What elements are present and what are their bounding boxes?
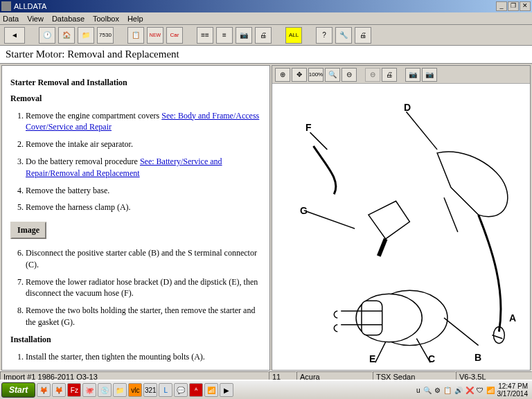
ql-5[interactable]: 💿 xyxy=(98,383,112,397)
tray-7[interactable]: 🛡 xyxy=(477,387,484,394)
label-b: B xyxy=(475,352,481,363)
step-6: Disconnect the positive starter cable (B… xyxy=(26,247,261,271)
tray-5[interactable]: 🔊 xyxy=(454,387,463,394)
step-4: Remove the battery base. xyxy=(26,185,261,197)
label-d: D xyxy=(404,102,411,113)
image-button-1[interactable]: Image xyxy=(10,222,46,239)
removal-steps-a: Remove the engine compartment covers See… xyxy=(26,110,261,214)
ql-321[interactable]: 321 xyxy=(143,383,157,397)
toolbar-btn-help[interactable]: ? xyxy=(316,27,332,44)
zoom-100-icon[interactable]: 100% xyxy=(308,68,323,82)
toolbar-btn-3[interactable]: 📁 xyxy=(78,27,94,44)
label-e: E xyxy=(369,353,375,364)
tray-6[interactable]: ❌ xyxy=(466,387,474,394)
step-1: Remove the engine compartment covers See… xyxy=(26,110,261,134)
ql-2[interactable]: 🦊 xyxy=(52,383,66,397)
window-buttons: _ ❐ ✕ xyxy=(496,1,531,11)
menubar: Data View Database Toolbox Help xyxy=(0,12,532,25)
label-c: C xyxy=(428,353,435,364)
toolbar-btn-camera[interactable]: 📷 xyxy=(236,27,252,44)
doc-heading-removal: Removal xyxy=(10,93,261,105)
zoom-fit-icon[interactable]: 🔍 xyxy=(325,68,340,82)
page-header: Starter Motor: Removal and Replacement xyxy=(0,46,532,64)
label-g: G xyxy=(300,205,308,216)
app-icon xyxy=(1,1,11,11)
menu-toolbox[interactable]: Toolbox xyxy=(93,15,119,23)
toolbar-btn-print2[interactable]: 🖨 xyxy=(355,27,371,44)
tray-2[interactable]: 🔍 xyxy=(423,387,432,394)
menu-data[interactable]: Data xyxy=(3,15,19,23)
windows-taskbar: Start 🦊 🦊 Fz 🐙 💿 📁 vlc 321 L 💬 ᴬ 📶 ▶ u 🔍… xyxy=(0,380,532,399)
diagram-view[interactable]: A B C D E F G xyxy=(272,84,530,370)
menu-view[interactable]: View xyxy=(27,15,44,23)
start-button[interactable]: Start xyxy=(1,382,35,398)
ql-10[interactable]: 💬 xyxy=(174,383,188,397)
back-button[interactable]: ◄ xyxy=(4,27,25,44)
restore-button[interactable]: ❐ xyxy=(508,1,519,11)
step-8: Remove the two bolts holding the starter… xyxy=(26,305,261,328)
zoom-in-icon[interactable]: ⊕ xyxy=(275,68,290,82)
label-a: A xyxy=(509,312,516,323)
toolbar-btn-7530[interactable]: 7530 xyxy=(97,27,114,44)
ql-filezilla[interactable]: Fz xyxy=(67,383,81,397)
step-3: Do the battery removal procedure See: Ba… xyxy=(26,156,261,179)
close-button[interactable]: ✕ xyxy=(520,1,531,11)
ql-12[interactable]: 📶 xyxy=(204,383,218,397)
svg-rect-2 xyxy=(362,301,382,335)
note-text: NOTE: Always use a new gasket. xyxy=(10,368,261,371)
print-image-icon[interactable]: 🖨 xyxy=(382,68,397,82)
install-step-1: Install the starter, then tighten the mo… xyxy=(26,351,261,363)
ql-vlc[interactable]: vlc xyxy=(128,383,142,397)
document-panel[interactable]: Starter Removal and Installation Removal… xyxy=(1,65,270,371)
taskbar-clock[interactable]: 12:47 PM 3/17/2014 xyxy=(497,382,529,398)
install-steps: Install the starter, then tighten the mo… xyxy=(26,351,261,363)
camera1-icon[interactable]: 📷 xyxy=(405,68,420,82)
removal-steps-b: Disconnect the positive starter cable (B… xyxy=(26,247,261,328)
toolbar-btn-1[interactable]: 🕐 xyxy=(39,27,55,44)
toolbar-btn-2[interactable]: 🏠 xyxy=(58,27,75,44)
ql-13[interactable]: ▶ xyxy=(220,383,233,397)
zoom-out-icon[interactable]: ⊖ xyxy=(342,68,357,82)
clock-time: 12:47 PM xyxy=(497,382,529,390)
toolbar-btn-list1[interactable]: ≡≡ xyxy=(197,27,213,44)
tray-1[interactable]: u xyxy=(416,387,420,394)
step-2: Remove the intake air separator. xyxy=(26,139,261,150)
ql-l[interactable]: L xyxy=(159,383,172,397)
page-title: Starter Motor: Removal and Replacement xyxy=(6,48,179,60)
toolbar-btn-list2[interactable]: ≡ xyxy=(216,27,233,44)
main-toolbar: ◄ 🕐 🏠 📁 7530 📋 NEW Car ≡≡ ≡ 📷 🖨 ALL ? 🔧 … xyxy=(0,25,532,46)
clock-date: 3/17/2014 xyxy=(497,390,529,398)
tray-8[interactable]: 📶 xyxy=(486,387,495,394)
tray-3[interactable]: ⚙ xyxy=(434,387,441,394)
toolbar-btn-tool[interactable]: 🔧 xyxy=(335,27,352,44)
minimize-button[interactable]: _ xyxy=(496,1,507,11)
main-content: Starter Removal and Installation Removal… xyxy=(0,64,532,371)
image-panel: ⊕ ✥ 100% 🔍 ⊖ ⊖ 🖨 📷 📷 xyxy=(272,65,531,371)
menu-database[interactable]: Database xyxy=(52,15,85,23)
zoom-out2-icon: ⊖ xyxy=(365,68,380,82)
doc-heading-installation: Installation xyxy=(10,334,261,346)
toolbar-btn-newcar[interactable]: NEW xyxy=(147,27,163,44)
menu-help[interactable]: Help xyxy=(127,15,143,23)
system-tray: u 🔍 ⚙ 📋 🔊 ❌ 🛡 📶 12:47 PM 3/17/2014 xyxy=(416,382,531,398)
step-7: Remove the lower radiator hose bracket (… xyxy=(26,276,261,300)
toolbar-btn-print[interactable]: 🖨 xyxy=(255,27,272,44)
ql-4[interactable]: 🐙 xyxy=(82,383,96,397)
image-toolbar: ⊕ ✥ 100% 🔍 ⊖ ⊖ 🖨 📷 📷 xyxy=(272,66,530,84)
toolbar-btn-car[interactable]: Car xyxy=(166,27,183,44)
titlebar: ALLDATA _ ❐ ✕ xyxy=(0,0,532,12)
doc-heading-main: Starter Removal and Installation xyxy=(10,77,261,89)
window-title: ALLDATA xyxy=(14,2,496,10)
label-f: F xyxy=(305,122,312,133)
step-5: Remove the harness clamp (A). xyxy=(26,202,261,213)
toolbar-btn-all[interactable]: ALL xyxy=(285,27,302,44)
camera2-icon[interactable]: 📷 xyxy=(422,68,437,82)
toolbar-btn-clipboard[interactable]: 📋 xyxy=(127,27,144,44)
pan-icon[interactable]: ✥ xyxy=(292,68,307,82)
ql-6[interactable]: 📁 xyxy=(113,383,127,397)
ql-alldata[interactable]: ᴬ xyxy=(189,383,203,397)
tray-4[interactable]: 📋 xyxy=(443,387,452,394)
ql-1[interactable]: 🦊 xyxy=(37,383,51,397)
